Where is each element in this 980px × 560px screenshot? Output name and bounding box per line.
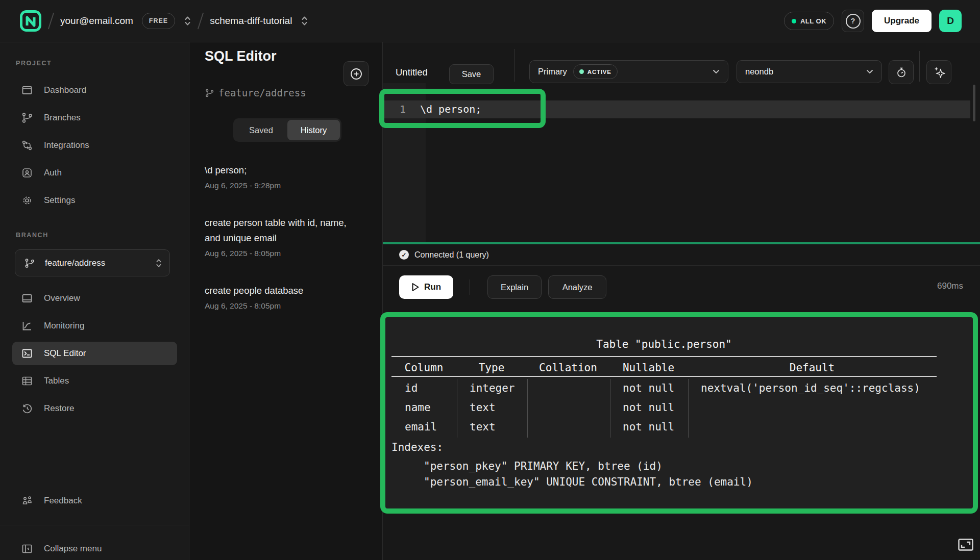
run-label: Run: [424, 282, 441, 292]
column-header: Nullable: [609, 360, 688, 375]
compute-selector[interactable]: Primary ACTIVE: [529, 60, 728, 83]
sidebar-item-label: Overview: [44, 293, 80, 303]
cell: integer: [456, 378, 527, 398]
overview-icon: [21, 292, 33, 304]
collapse-menu-button[interactable]: Collapse menu: [12, 537, 177, 560]
tab-history[interactable]: History: [287, 120, 340, 140]
fullscreen-icon: [958, 539, 973, 551]
sidebar-item-label: Branches: [44, 113, 81, 123]
sidebar-item-sql-editor[interactable]: SQL Editor: [12, 342, 177, 365]
compute-name: Primary: [538, 67, 567, 77]
editor-branch-context: feature/address: [205, 87, 306, 98]
chevron-down-icon: [713, 69, 720, 74]
cell: [527, 398, 609, 417]
branch-selector[interactable]: feature/address: [15, 249, 170, 276]
project-switcher-icon[interactable]: [301, 15, 308, 27]
history-query: create person table with id, name, and u…: [205, 215, 354, 246]
plan-badge: FREE: [142, 13, 175, 29]
monitoring-icon: [21, 320, 33, 332]
column-header: Collation: [527, 360, 609, 375]
database-selector[interactable]: neondb: [737, 60, 882, 83]
save-button[interactable]: Save: [449, 64, 494, 84]
branch-icon: [205, 88, 214, 98]
cell: text: [456, 398, 527, 417]
sidebar-item-auth[interactable]: Auth: [12, 161, 177, 185]
project-name[interactable]: schema-diff-tutorial: [210, 15, 292, 27]
active-label: ACTIVE: [587, 69, 611, 75]
sidebar-item-label: Integrations: [44, 140, 89, 150]
play-icon: [411, 283, 420, 292]
help-button[interactable]: ?: [842, 10, 864, 32]
cell: name: [391, 398, 456, 417]
question-icon: ?: [846, 14, 861, 29]
column-header: Default: [688, 360, 937, 375]
table-row: id integer not null nextval('person_id_s…: [391, 378, 937, 398]
auth-icon: [21, 167, 33, 179]
sidebar-item-label: Dashboard: [44, 85, 86, 95]
sidebar-item-monitoring[interactable]: Monitoring: [12, 314, 177, 338]
account-email[interactable]: your@email.com: [60, 15, 133, 27]
cell: text: [456, 417, 527, 437]
cell: not null: [609, 378, 688, 398]
sidebar-item-branches[interactable]: Branches: [12, 106, 177, 130]
code-line[interactable]: \d person;: [420, 100, 481, 118]
result-header-row: Column Type Collation Nullable Default: [391, 360, 937, 375]
editor-scrollbar[interactable]: [973, 85, 975, 121]
restore-icon: [21, 402, 33, 415]
neon-logo[interactable]: [19, 10, 42, 32]
history-item[interactable]: create people database Aug 6, 2025 - 8:0…: [205, 283, 354, 314]
feedback-icon: [21, 495, 33, 507]
avatar[interactable]: D: [939, 10, 962, 32]
result-table-title: Table "public.person": [391, 337, 937, 352]
sidebar-item-restore[interactable]: Restore: [12, 397, 177, 420]
account-switcher-icon[interactable]: [184, 15, 191, 27]
column-separator: [527, 379, 528, 438]
sidebar-item-integrations[interactable]: Integrations: [12, 134, 177, 157]
query-timing-button[interactable]: [889, 60, 914, 84]
sidebar-item-settings[interactable]: Settings: [12, 189, 177, 212]
cell: [688, 398, 937, 417]
sidebar-item-overview[interactable]: Overview: [12, 287, 177, 310]
query-duration: 690ms: [898, 281, 963, 291]
collapse-nav: Collapse menu: [12, 537, 177, 560]
run-button[interactable]: Run: [399, 275, 453, 299]
tab-saved[interactable]: Saved: [235, 120, 287, 140]
new-query-button[interactable]: [344, 61, 369, 86]
sidebar-item-label: Tables: [44, 376, 69, 386]
sidebar-item-tables[interactable]: Tables: [12, 369, 177, 393]
collapse-panel-icon: [21, 543, 33, 555]
explain-button[interactable]: Explain: [487, 275, 542, 299]
chevron-up-down-icon: [155, 258, 162, 269]
actions-divider: [470, 279, 470, 295]
annotation-box-results: Table "public.person" Column Type Collat…: [380, 312, 978, 514]
cell: id: [391, 378, 456, 398]
analyze-button[interactable]: Analyze: [548, 275, 606, 299]
column-separator: [457, 379, 457, 438]
history-date: Aug 6, 2025 - 8:05pm: [205, 298, 354, 314]
connection-status-bar: ✓ Connected (1 query): [383, 244, 980, 266]
project-section-label: PROJECT: [16, 60, 52, 67]
table-row: email text not null: [391, 417, 937, 437]
history-item[interactable]: create person table with id, name, and u…: [205, 215, 354, 261]
system-status[interactable]: ALL OK: [784, 12, 834, 30]
integrations-icon: [21, 139, 33, 151]
sidebar-item-feedback[interactable]: Feedback: [12, 489, 177, 513]
line-number: 1: [383, 100, 406, 118]
header-actions: ALL OK ? Upgrade D: [784, 0, 962, 42]
query-tab-title[interactable]: Untitled: [396, 67, 428, 78]
history-item[interactable]: \d person; Aug 6, 2025 - 9:28pm: [205, 163, 354, 193]
ai-assist-button[interactable]: [926, 60, 951, 84]
sidebar-item-label: SQL Editor: [44, 348, 86, 359]
toolbar-divider: [514, 49, 515, 82]
sidebar-item-dashboard[interactable]: Dashboard: [12, 79, 177, 102]
breadcrumb-divider: [198, 13, 204, 30]
column-separator: [610, 379, 610, 438]
expand-results-button[interactable]: [958, 539, 973, 553]
upgrade-button[interactable]: Upgrade: [872, 10, 932, 32]
cell: email: [391, 417, 456, 437]
cell: nextval('person_id_seq'::regclass): [688, 378, 937, 398]
cell: [527, 378, 609, 398]
plus-circle-icon: [350, 67, 363, 81]
stopwatch-icon: [895, 66, 908, 79]
database-name: neondb: [745, 67, 773, 77]
